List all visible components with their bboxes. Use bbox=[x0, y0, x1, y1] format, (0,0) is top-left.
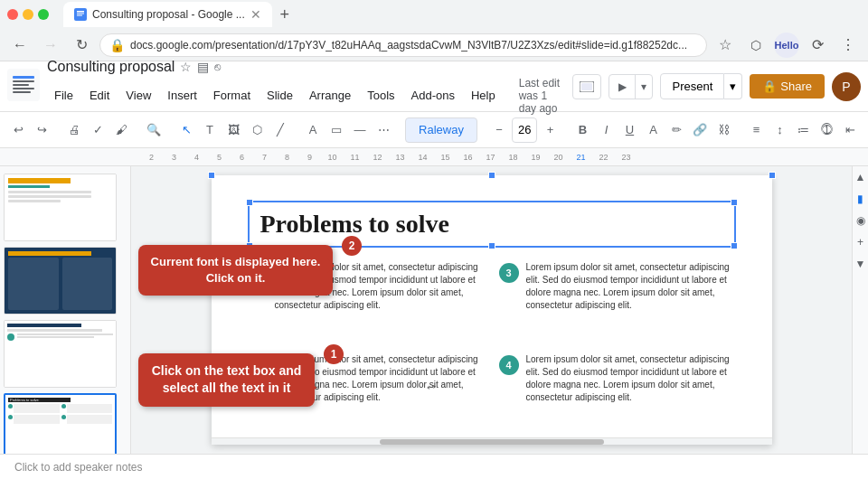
reload-btn[interactable]: ↻ bbox=[69, 33, 94, 58]
svg-rect-6 bbox=[13, 80, 34, 82]
rp-scroll-down[interactable]: ▼ bbox=[854, 257, 868, 271]
active-tab[interactable]: Consulting proposal - Google ... ✕ bbox=[63, 2, 272, 27]
zoom-btn[interactable]: 🔍 bbox=[143, 117, 165, 143]
menu-addons[interactable]: Add-ons bbox=[404, 85, 462, 106]
menu-arrange[interactable]: Arrange bbox=[302, 85, 358, 106]
share-btn[interactable]: 🔒 Share bbox=[750, 74, 825, 99]
bookmark-btn[interactable]: ☆ bbox=[712, 33, 738, 58]
star-icon[interactable]: ☆ bbox=[180, 60, 192, 74]
extensions-btn[interactable]: ⬡ bbox=[743, 33, 769, 58]
link2-btn[interactable]: ⛓ bbox=[712, 117, 734, 143]
menu-help[interactable]: Help bbox=[464, 85, 503, 106]
handle-title-tl[interactable] bbox=[246, 199, 253, 206]
minimize-window-btn[interactable] bbox=[23, 9, 33, 20]
handle-title-bc[interactable] bbox=[488, 242, 495, 249]
font-decrease-btn[interactable]: − bbox=[488, 117, 510, 143]
handle-tc[interactable] bbox=[488, 172, 495, 179]
slide-title-box[interactable]: Problems to solve bbox=[248, 201, 736, 248]
slide-thumbnail-2[interactable] bbox=[4, 247, 117, 315]
menu-btn[interactable]: ⋮ bbox=[835, 33, 861, 58]
menu-format[interactable]: Format bbox=[206, 85, 258, 106]
new-tab-btn[interactable]: + bbox=[272, 2, 297, 27]
cursor-btn[interactable]: ↖ bbox=[175, 117, 197, 143]
user-avatar[interactable]: P bbox=[832, 72, 861, 101]
rp-scroll-up[interactable]: ▲ bbox=[854, 170, 868, 184]
handle-tl[interactable] bbox=[208, 172, 215, 179]
callout-2-container: Current font is displayed here. Click on… bbox=[138, 245, 333, 296]
slide-thumbnail-3[interactable] bbox=[4, 320, 117, 388]
highlight-btn[interactable]: ✏ bbox=[665, 117, 687, 143]
window-controls bbox=[7, 9, 49, 20]
app-title-area: Consulting proposal ☆ ▤ ⎋ File Edit View… bbox=[47, 59, 565, 115]
present-dropdown-btn[interactable]: ▾ bbox=[724, 73, 742, 99]
bg-color-btn[interactable]: A bbox=[302, 117, 324, 143]
svg-rect-1 bbox=[77, 11, 84, 13]
svg-rect-9 bbox=[13, 91, 31, 93]
paint-format-btn[interactable]: 🖌 bbox=[110, 117, 132, 143]
activity-btn[interactable]: ▶ bbox=[609, 75, 635, 99]
bold-btn[interactable]: B bbox=[571, 117, 593, 143]
text-btn[interactable]: T bbox=[199, 117, 221, 143]
border-weight-btn[interactable]: — bbox=[349, 117, 371, 143]
close-window-btn[interactable] bbox=[7, 9, 18, 20]
menu-tools[interactable]: Tools bbox=[360, 85, 401, 106]
maximize-window-btn[interactable] bbox=[38, 9, 49, 20]
ruler-mark: 4 bbox=[185, 153, 208, 162]
speaker-notes[interactable]: Click to add speaker notes bbox=[0, 454, 868, 479]
handle-tr[interactable] bbox=[769, 172, 776, 179]
rp-icon-2[interactable]: ◉ bbox=[854, 213, 868, 228]
border-dash-btn[interactable]: ⋯ bbox=[373, 117, 394, 143]
shapes-btn[interactable]: ⬡ bbox=[246, 117, 268, 143]
numbered-list-btn[interactable]: ⓵ bbox=[816, 117, 837, 143]
line-spacing-btn[interactable]: ↕ bbox=[769, 117, 790, 143]
font-increase-btn[interactable]: + bbox=[539, 117, 561, 143]
print-btn[interactable]: 🖨 bbox=[63, 117, 85, 143]
menu-view[interactable]: View bbox=[118, 85, 158, 106]
profile-btn[interactable]: Hello bbox=[774, 33, 799, 58]
forward-btn[interactable]: → bbox=[38, 33, 63, 58]
drive-icon[interactable]: ▤ bbox=[197, 60, 209, 74]
open-icon[interactable]: ⎋ bbox=[214, 61, 221, 73]
redo-btn[interactable]: ↪ bbox=[31, 117, 52, 143]
present-btn[interactable]: Present bbox=[660, 73, 724, 99]
back-btn[interactable]: ← bbox=[7, 33, 33, 58]
border-color-btn[interactable]: ▭ bbox=[326, 117, 347, 143]
indent-less-btn[interactable]: ⇤ bbox=[839, 117, 861, 143]
menu-slide[interactable]: Slide bbox=[259, 85, 300, 106]
tab-close-btn[interactable]: ✕ bbox=[250, 7, 261, 22]
scroll-thumb[interactable] bbox=[380, 439, 604, 445]
rp-icon-3[interactable]: + bbox=[854, 235, 868, 249]
url-text: docs.google.com/presentation/d/17pY3V_t8… bbox=[130, 39, 687, 52]
slideshow-layout-btn[interactable] bbox=[572, 74, 601, 99]
image-btn[interactable]: 🖼 bbox=[222, 117, 244, 143]
url-bar[interactable]: 🔒 docs.google.com/presentation/d/17pY3V_… bbox=[99, 33, 707, 57]
handle-title-br[interactable] bbox=[731, 242, 738, 249]
spell-check-btn[interactable]: ✓ bbox=[87, 117, 108, 143]
text-align-btn[interactable]: ≡ bbox=[745, 117, 767, 143]
handle-title-tr[interactable] bbox=[731, 199, 738, 206]
app-header: Consulting proposal ☆ ▤ ⎋ File Edit View… bbox=[0, 61, 868, 112]
svg-rect-5 bbox=[13, 76, 34, 79]
app-title: Consulting proposal bbox=[47, 59, 175, 75]
rp-icon-1[interactable]: ▮ bbox=[854, 192, 868, 206]
font-selector[interactable]: Raleway bbox=[405, 117, 477, 143]
ruler-mark: 11 bbox=[344, 153, 366, 162]
font-size-selector[interactable]: 26 bbox=[512, 117, 537, 143]
bullet-list-btn[interactable]: ≔ bbox=[792, 117, 814, 143]
font-color-btn[interactable]: A bbox=[642, 117, 664, 143]
menu-edit[interactable]: Edit bbox=[82, 85, 117, 106]
menu-file[interactable]: File bbox=[47, 85, 80, 106]
undo-btn[interactable]: ↩ bbox=[7, 117, 29, 143]
indent-more-btn[interactable]: ⇥ bbox=[863, 117, 868, 143]
bullet-3: 3 bbox=[499, 263, 519, 283]
link-btn[interactable]: 🔗 bbox=[689, 117, 711, 143]
horizontal-scrollbar[interactable] bbox=[212, 437, 772, 445]
menu-insert[interactable]: Insert bbox=[160, 85, 204, 106]
underline-btn[interactable]: U bbox=[618, 117, 640, 143]
line-btn[interactable]: ╱ bbox=[269, 117, 291, 143]
sync-btn[interactable]: ⟳ bbox=[805, 33, 830, 58]
activity-drop-btn[interactable]: ▾ bbox=[636, 75, 652, 99]
italic-btn[interactable]: I bbox=[595, 117, 617, 143]
slide-thumbnail-1[interactable] bbox=[4, 174, 117, 241]
slide-thumbnail-4[interactable]: Problems to solve bbox=[4, 393, 117, 454]
